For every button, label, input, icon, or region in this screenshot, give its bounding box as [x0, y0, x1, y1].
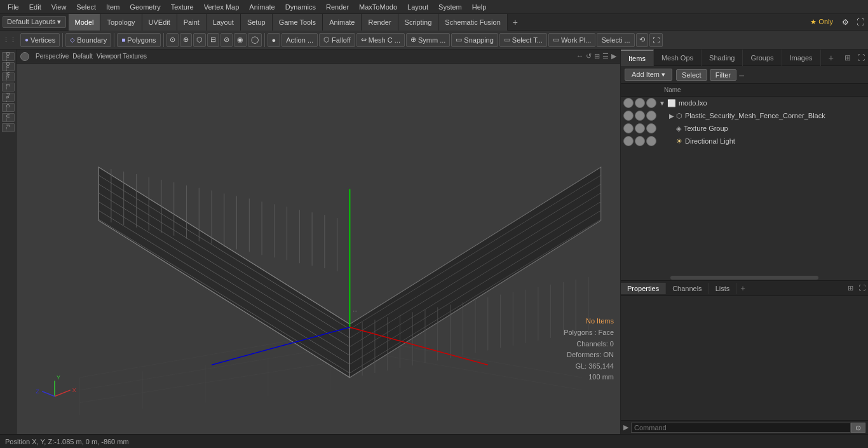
dash-button[interactable]: –	[739, 70, 744, 80]
tab-mesh-ops[interactable]: Mesh Ops	[654, 50, 702, 66]
ptab-lists[interactable]: Lists	[709, 283, 737, 294]
vp-icon-2[interactable]: ↺	[586, 52, 592, 60]
eye-root-2[interactable]	[635, 98, 645, 108]
left-panel-btn-4[interactable]: E...	[2, 83, 15, 92]
tab-layout[interactable]: Layout	[207, 14, 241, 31]
menu-layout[interactable]: Layout	[402, 2, 433, 12]
tree-row-root[interactable]: ▼ ⬜ modo.lxo	[621, 97, 868, 109]
menu-texture[interactable]: Texture	[166, 2, 199, 12]
filter-button[interactable]: Filter	[710, 69, 736, 81]
eye-root[interactable]	[623, 98, 634, 108]
tool-selecti[interactable]: ▭ Work Pl...	[548, 33, 595, 47]
tool-snapping[interactable]: ⊕ Symm ...	[406, 33, 450, 47]
tool-small-5[interactable]: ⊘	[220, 33, 233, 47]
tool-kits[interactable]: Selecti ...	[597, 33, 634, 47]
tool-small-2[interactable]: ⊕	[180, 33, 192, 47]
tool-boundary[interactable]: ◇ Boundary	[65, 33, 111, 47]
right-tab-plus[interactable]: +	[824, 53, 839, 63]
vp-icon-5[interactable]: ▶	[611, 52, 616, 60]
ptab-icon-2[interactable]: ⛶	[856, 284, 868, 292]
tool-small-6[interactable]: ◉	[234, 33, 247, 47]
tab-render[interactable]: Render	[362, 14, 398, 31]
cmd-go-button[interactable]: ⊙	[851, 423, 865, 433]
tab-scripting[interactable]: Scripting	[398, 14, 439, 31]
left-panel-btn-6[interactable]: C...	[2, 103, 15, 112]
left-panel-btn-8[interactable]: F...	[2, 123, 15, 132]
eye-root-3[interactable]	[646, 98, 656, 108]
arrow-root[interactable]: ▼	[659, 100, 665, 107]
ptab-plus[interactable]: +	[736, 283, 749, 293]
menu-view[interactable]: View	[46, 2, 72, 12]
rtab-icon-1[interactable]: ⊞	[841, 53, 854, 62]
layout-settings-icon[interactable]: ⚙	[838, 17, 853, 28]
tree-row-dirlight[interactable]: ▶ ☀ Directional Light	[621, 135, 868, 147]
ptab-icon-1[interactable]: ⊞	[845, 284, 856, 292]
3d-scene[interactable]: ... X Y Z No Items Polygons : Face Chann…	[17, 64, 620, 434]
left-panel-btn-2[interactable]: Du...	[2, 62, 15, 71]
viewport[interactable]: Perspective Default Viewport Textures ↔ …	[17, 50, 620, 434]
tab-images[interactable]: Images	[782, 50, 821, 66]
ptab-properties[interactable]: Properties	[621, 283, 666, 294]
tool-mesh-c[interactable]: ⬡ Falloff	[319, 33, 355, 47]
tab-game-tools[interactable]: Game Tools	[273, 14, 323, 31]
left-panel-btn-7[interactable]: U...	[2, 113, 15, 122]
vp-icon-4[interactable]: ☰	[602, 52, 609, 60]
rtab-icon-2[interactable]: ⛶	[854, 53, 868, 62]
tab-model[interactable]: Model	[69, 14, 101, 31]
eye-dirlight-2[interactable]	[635, 136, 645, 146]
menu-vertex-map[interactable]: Vertex Map	[199, 2, 245, 12]
tool-rotate-icon[interactable]: ⟲	[636, 33, 648, 47]
menu-system[interactable]: System	[433, 2, 467, 12]
viewport-circle[interactable]	[20, 52, 29, 61]
eye-mesh[interactable]	[623, 111, 634, 121]
tab-items[interactable]: Items	[621, 50, 654, 66]
menu-edit[interactable]: Edit	[24, 2, 46, 12]
tool-action[interactable]: ●	[268, 33, 281, 47]
arrow-mesh[interactable]: ▶	[669, 112, 674, 119]
menu-file[interactable]: File	[3, 2, 24, 12]
eye-dirlight[interactable]	[623, 136, 634, 146]
menu-maxtomodo[interactable]: MaxToModo	[354, 2, 402, 12]
menu-render[interactable]: Render	[321, 2, 354, 12]
menu-geometry[interactable]: Geometry	[125, 2, 165, 12]
menu-dynamics[interactable]: Dynamics	[280, 2, 321, 12]
tool-small-7[interactable]: ◯	[248, 33, 262, 47]
tool-small-1[interactable]: ⊙	[166, 33, 179, 47]
eye-dirlight-3[interactable]	[646, 136, 656, 146]
tool-falloff[interactable]: Action ...	[281, 33, 318, 47]
tab-setup[interactable]: Setup	[241, 14, 273, 31]
eye-texgrp-3[interactable]	[646, 123, 656, 133]
ptab-channels[interactable]: Channels	[666, 283, 709, 294]
menu-help[interactable]: Help	[467, 2, 492, 12]
tab-paint[interactable]: Paint	[177, 14, 207, 31]
menu-animate[interactable]: Animate	[244, 2, 280, 12]
tab-shading[interactable]: Shading	[702, 50, 743, 66]
tool-small-3[interactable]: ⬡	[193, 33, 206, 47]
star-only-button[interactable]: ★ Only	[805, 18, 838, 26]
tool-symm[interactable]: ⇔ Mesh C ...	[356, 33, 405, 47]
tool-vertices[interactable]: ● Vertices	[20, 33, 60, 47]
select-button[interactable]: Select	[676, 69, 707, 81]
left-panel-btn-3[interactable]: Me...	[2, 72, 15, 81]
eye-mesh-3[interactable]	[646, 111, 656, 121]
eye-texgrp[interactable]	[623, 123, 634, 133]
layout-dropdown[interactable]: Default Layouts ▾	[3, 16, 66, 28]
add-tab-button[interactable]: +	[508, 15, 523, 29]
item-tree[interactable]: ▼ ⬜ modo.lxo ▶ ⬡ Plastic_Security_Mesh_F…	[621, 97, 868, 275]
tab-topology[interactable]: Topology	[100, 14, 142, 31]
menu-item[interactable]: Item	[101, 2, 125, 12]
left-panel-btn-5[interactable]: Po...	[2, 93, 15, 102]
vp-icon-3[interactable]: ⊞	[594, 52, 600, 60]
tool-work-pl[interactable]: ▭ Select T...	[499, 33, 547, 47]
tab-uvedit[interactable]: UVEdit	[142, 14, 177, 31]
eye-texgrp-2[interactable]	[635, 123, 645, 133]
tool-small-4[interactable]: ⊟	[207, 33, 219, 47]
tool-select-t[interactable]: ▭ Snapping	[451, 33, 498, 47]
tool-polygons[interactable]: ■ Polygons	[117, 33, 160, 47]
tree-row-mesh[interactable]: ▶ ⬡ Plastic_Security_Mesh_Fence_Corner_B…	[621, 109, 868, 122]
tab-groups[interactable]: Groups	[743, 50, 782, 66]
tab-schematic-fusion[interactable]: Schematic Fusion	[438, 14, 507, 31]
tool-expand-icon[interactable]: ⛶	[649, 33, 663, 47]
tree-scrollbar-thumb[interactable]	[670, 276, 818, 280]
tree-row-texgrp[interactable]: ▶ ◈ Texture Group	[621, 122, 868, 135]
